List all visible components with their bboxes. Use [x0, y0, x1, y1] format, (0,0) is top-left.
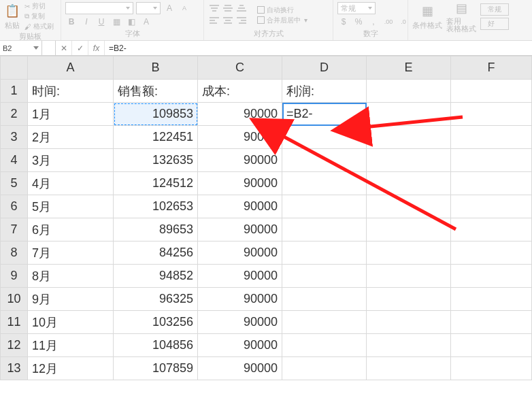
cell[interactable]: 成本: [198, 80, 282, 103]
cell[interactable]: 12月 [28, 357, 114, 380]
cell[interactable]: 90000 [198, 149, 282, 172]
row-header[interactable]: 5 [1, 172, 28, 195]
cell[interactable]: 1月 [28, 103, 114, 126]
cell[interactable]: 90000 [198, 218, 282, 241]
cell[interactable] [282, 265, 367, 288]
align-top-button[interactable] [208, 3, 220, 14]
format-as-table-button[interactable]: ▤套用 表格格式 [446, 0, 476, 33]
cell[interactable] [367, 288, 451, 311]
cell[interactable]: 90000 [198, 126, 282, 149]
comma-button[interactable]: , [367, 16, 380, 28]
cell[interactable] [451, 288, 532, 311]
merge-center-button[interactable]: 合并后居中▾ [257, 16, 307, 25]
row-header[interactable]: 10 [1, 288, 28, 311]
cell[interactable] [282, 126, 367, 149]
cell[interactable]: 4月 [28, 172, 114, 195]
font-color-button[interactable]: A [140, 16, 152, 28]
cell[interactable] [367, 311, 451, 334]
increase-decimal-button[interactable]: .00 [382, 16, 395, 28]
row-header[interactable]: 3 [1, 126, 28, 149]
cell[interactable] [367, 218, 451, 241]
cell-style-normal[interactable]: 常规 [480, 3, 509, 16]
cell[interactable] [451, 103, 532, 126]
cell[interactable] [282, 311, 367, 334]
cell[interactable] [367, 126, 451, 149]
cell[interactable] [282, 241, 367, 265]
cell[interactable] [367, 149, 451, 172]
cell[interactable]: 103256 [114, 311, 198, 334]
cell[interactable] [367, 334, 451, 357]
cell[interactable]: 90000 [198, 172, 282, 195]
row-header[interactable]: 7 [1, 218, 28, 241]
cell[interactable]: 90000 [198, 195, 282, 218]
cell[interactable] [451, 80, 532, 103]
select-all-corner[interactable] [1, 56, 28, 80]
row-header[interactable]: 11 [1, 311, 28, 334]
wrap-text-button[interactable]: 自动换行 [257, 5, 307, 15]
cell[interactable]: 5月 [28, 195, 114, 218]
copy-button[interactable]: ⧉复制 [24, 12, 54, 21]
formula-input[interactable]: =B2- [105, 41, 532, 55]
active-cell[interactable]: =B2- [282, 103, 367, 126]
cell[interactable] [282, 195, 367, 218]
cell[interactable] [282, 218, 367, 241]
cell[interactable]: 11月 [28, 334, 114, 357]
row-header[interactable]: 6 [1, 195, 28, 218]
cell[interactable]: 122451 [114, 126, 198, 149]
column-header[interactable]: C [198, 56, 282, 80]
cell[interactable] [282, 172, 367, 195]
row-header[interactable]: 2 [1, 103, 28, 126]
cell[interactable] [367, 265, 451, 288]
currency-button[interactable]: $ [337, 16, 350, 28]
row-header[interactable]: 12 [1, 334, 28, 357]
align-middle-button[interactable] [222, 3, 234, 14]
row-header[interactable]: 13 [1, 357, 28, 380]
cell[interactable]: 109853 [114, 103, 198, 126]
bold-button[interactable]: B [65, 16, 78, 28]
cell[interactable] [367, 80, 451, 103]
cell[interactable] [367, 103, 451, 126]
cell[interactable]: 124512 [114, 172, 198, 195]
cell[interactable] [367, 195, 451, 218]
align-bottom-button[interactable] [235, 3, 248, 14]
cell[interactable] [451, 218, 532, 241]
italic-button[interactable]: I [80, 16, 93, 28]
cell[interactable] [367, 357, 451, 380]
cell[interactable]: 90000 [198, 311, 282, 334]
row-header[interactable]: 1 [1, 80, 28, 103]
cell[interactable] [451, 311, 532, 334]
row-header[interactable]: 4 [1, 149, 28, 172]
cell[interactable]: 销售额: [114, 80, 198, 103]
cell[interactable]: 90000 [198, 288, 282, 311]
font-name-select[interactable] [65, 2, 133, 14]
cut-button[interactable]: ✂剪切 [24, 1, 54, 11]
cell[interactable] [451, 172, 532, 195]
cell[interactable] [451, 195, 532, 218]
cell[interactable]: 84256 [114, 241, 198, 265]
cell[interactable]: 132635 [114, 149, 198, 172]
cell[interactable] [451, 357, 532, 380]
increase-font-button[interactable]: A [163, 2, 176, 14]
cell[interactable]: 102653 [114, 195, 198, 218]
cell[interactable]: 90000 [198, 265, 282, 288]
cell[interactable]: 104856 [114, 334, 198, 357]
cell[interactable] [451, 241, 532, 265]
cell[interactable] [367, 241, 451, 265]
decrease-font-button[interactable]: A [178, 2, 190, 14]
cell[interactable] [451, 334, 532, 357]
column-header[interactable]: F [451, 56, 532, 80]
cell[interactable] [282, 288, 367, 311]
column-header[interactable]: E [367, 56, 451, 80]
cell[interactable] [451, 126, 532, 149]
enter-formula-button[interactable]: ✓ [72, 41, 88, 55]
percent-button[interactable]: % [352, 16, 365, 28]
cell[interactable]: 90000 [198, 357, 282, 380]
cancel-formula-button[interactable]: ✕ [56, 41, 72, 55]
cell[interactable]: 6月 [28, 218, 114, 241]
align-left-button[interactable] [208, 16, 220, 27]
cell[interactable]: 90000 [198, 103, 282, 126]
cell[interactable]: 3月 [28, 149, 114, 172]
row-header[interactable]: 9 [1, 265, 28, 288]
cell[interactable]: 96325 [114, 288, 198, 311]
column-header[interactable]: B [114, 56, 198, 80]
